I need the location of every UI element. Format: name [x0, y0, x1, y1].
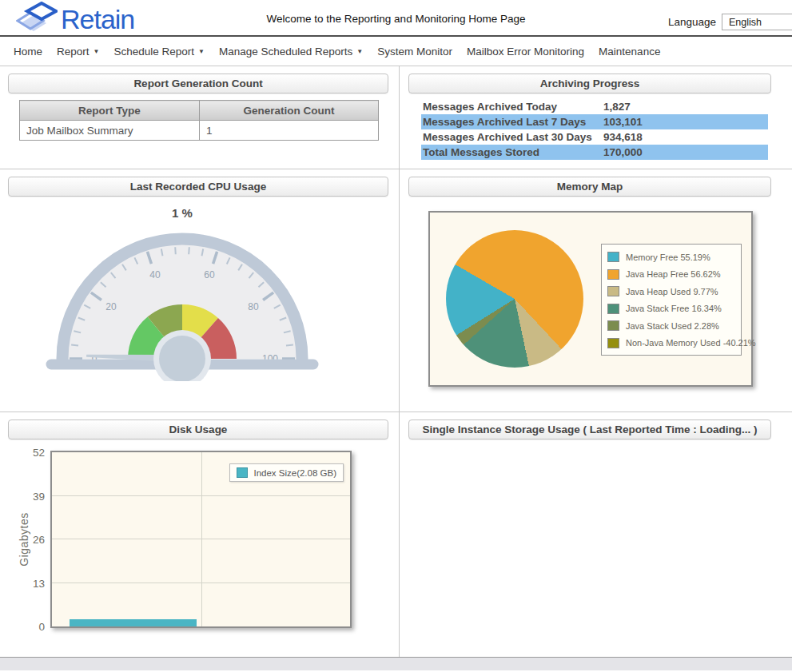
- nav-item-label: Home: [14, 46, 42, 58]
- legend-swatch: [607, 320, 619, 331]
- disk-plot: Gigabytes Index Size(2.08 GB) 013263952: [50, 451, 352, 628]
- memory-pie: [446, 230, 583, 368]
- legend-swatch: [607, 338, 619, 348]
- column-header-report-type: Report Type: [20, 101, 200, 121]
- archiving-progress-title: Archiving Progress: [408, 74, 771, 93]
- disk-bar: [70, 619, 197, 626]
- disk-legend-label: Index Size(2.08 GB): [253, 468, 336, 478]
- chevron-down-icon: ▼: [198, 47, 205, 55]
- cpu-usage-title: Last Recorded CPU Usage: [8, 177, 388, 197]
- disk-gridline-horizontal: [52, 539, 350, 539]
- panel-memory-map: Memory Map Memory Free 55.19%Java Heap F…: [400, 169, 792, 412]
- archiving-row: Total Messages Stored170,000: [421, 145, 768, 160]
- footer-bar: [0, 658, 792, 670]
- cpu-gauge-value: 1 %: [0, 206, 364, 220]
- report-generation-title: Report Generation Count: [8, 74, 388, 93]
- panel-cpu-usage: Last Recorded CPU Usage 1 % 020406080100: [0, 169, 400, 412]
- memory-legend: Memory Free 55.19%Java Heap Free 56.62%J…: [601, 244, 742, 356]
- legend-label: Java Stack Used 2.28%: [626, 321, 719, 331]
- nav-item-system-monitor[interactable]: System Monitor: [370, 46, 460, 58]
- disk-ytick-label: 13: [33, 577, 45, 589]
- panel-single-instance-storage: Single Instance Storage Usage ( Last Rep…: [400, 412, 792, 657]
- cell-generation-count: 1: [200, 121, 379, 141]
- archiving-row: Messages Archived Last 7 Days103,101: [421, 114, 768, 129]
- legend-item: Java Stack Used 2.28%: [607, 317, 741, 335]
- report-generation-table: Report Type Generation Count Job Mailbox…: [19, 100, 379, 141]
- legend-swatch: [607, 269, 619, 280]
- svg-text:20: 20: [105, 301, 117, 312]
- disk-gridline-horizontal: [52, 495, 350, 496]
- panel-archiving-progress: Archiving Progress Messages Archived Tod…: [400, 66, 792, 169]
- nav-item-label: Maintenance: [599, 46, 660, 58]
- disk-ytick-label: 39: [33, 490, 45, 502]
- legend-item: Java Stack Free 16.34%: [607, 300, 741, 318]
- main-nav: Home Report ▼ Schedule Report ▼ Manage S…: [0, 37, 792, 66]
- nav-item-report[interactable]: Report ▼: [50, 46, 106, 58]
- legend-label: Java Heap Free 56.62%: [626, 269, 721, 279]
- legend-item: Non-Java Memory Used -40.21%: [607, 335, 741, 352]
- legend-label: Non-Java Memory Used -40.21%: [626, 338, 756, 348]
- nav-item-label: Manage Scheduled Reports: [219, 46, 352, 58]
- disk-usage-title: Disk Usage: [8, 420, 388, 439]
- column-header-generation-count: Generation Count: [200, 101, 379, 121]
- cpu-gauge: 020406080100: [38, 221, 326, 381]
- svg-text:60: 60: [204, 269, 215, 280]
- nav-item-label: Schedule Report: [113, 46, 194, 58]
- language-label: Language: [668, 16, 716, 28]
- legend-label: Java Heap Used 9.77%: [626, 287, 718, 296]
- legend-swatch: [607, 286, 619, 296]
- archiving-row: Messages Archived Today1,827: [421, 99, 768, 114]
- content-grid: Report Generation Count Report Type Gene…: [0, 66, 792, 658]
- disk-legend-swatch: [237, 467, 248, 478]
- disk-ytick-label: 52: [33, 447, 45, 459]
- panel-disk-usage: Disk Usage Gigabytes Index Size(2.08 GB)…: [0, 412, 400, 657]
- nav-item-manage-scheduled-reports[interactable]: Manage Scheduled Reports ▼: [212, 46, 370, 58]
- disk-gridline-vertical: [201, 452, 202, 626]
- table-row: Job Mailbox Summary 1: [20, 121, 379, 141]
- memory-map-chart: Memory Free 55.19%Java Heap Free 56.62%J…: [428, 211, 753, 387]
- legend-label: Java Stack Free 16.34%: [626, 304, 722, 313]
- legend-label: Memory Free 55.19%: [626, 252, 710, 262]
- archiving-rows: Messages Archived Today1,827Messages Arc…: [421, 99, 768, 160]
- cell-report-type: Job Mailbox Summary: [20, 121, 200, 141]
- nav-item-schedule-report[interactable]: Schedule Report ▼: [106, 46, 212, 58]
- disk-ytick-label: 26: [33, 534, 45, 546]
- nav-item-label: System Monitor: [377, 46, 452, 58]
- legend-item: Java Heap Used 9.77%: [607, 283, 741, 300]
- memory-map-title: Memory Map: [408, 177, 771, 197]
- app-header: Retain Welcome to the Reporting and Moni…: [0, 0, 792, 37]
- nav-item-mailbox-error-monitoring[interactable]: Mailbox Error Monitoring: [460, 46, 591, 58]
- language-select[interactable]: English: [722, 14, 792, 30]
- nav-item-label: Report: [57, 46, 90, 58]
- disk-ytick-label: 0: [38, 621, 45, 633]
- legend-item: Java Heap Free 56.62%: [607, 266, 741, 284]
- nav-item-home[interactable]: Home: [6, 46, 50, 58]
- legend-swatch: [607, 304, 619, 314]
- legend-swatch: [607, 252, 619, 262]
- nav-item-maintenance[interactable]: Maintenance: [591, 46, 667, 58]
- nav-item-label: Mailbox Error Monitoring: [467, 46, 584, 58]
- archiving-row: Messages Archived Last 30 Days934,618: [421, 129, 768, 145]
- legend-item: Memory Free 55.19%: [607, 249, 741, 266]
- disk-y-axis-title: Gigabytes: [18, 499, 30, 579]
- disk-gridline-horizontal: [52, 583, 350, 583]
- panel-report-generation: Report Generation Count Report Type Gene…: [0, 66, 400, 169]
- chevron-down-icon: ▼: [356, 47, 363, 55]
- language-control: Language English: [668, 14, 792, 30]
- disk-legend: Index Size(2.08 GB): [229, 463, 344, 482]
- single-instance-title: Single Instance Storage Usage ( Last Rep…: [408, 420, 771, 439]
- svg-text:40: 40: [149, 269, 161, 280]
- chevron-down-icon: ▼: [94, 47, 100, 55]
- svg-text:80: 80: [248, 301, 259, 312]
